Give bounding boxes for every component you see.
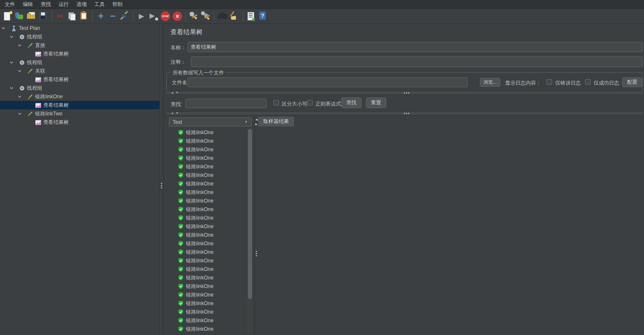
collapse-splitter-bottom[interactable]: ▲▼	[166, 111, 643, 115]
chevron-down-icon[interactable]	[18, 94, 27, 99]
start-icon[interactable]: ▶	[136, 11, 147, 22]
tree-item[interactable]: 线程组	[0, 84, 159, 92]
result-item-label: 链路linkOne	[186, 274, 214, 282]
paste-icon[interactable]	[79, 11, 90, 22]
toolbar-separator	[243, 11, 243, 21]
collapse-splitter-top[interactable]: ▲▼	[166, 91, 643, 95]
tree-item[interactable]: 关联	[0, 67, 159, 75]
menu-item-4[interactable]: 选项	[73, 0, 91, 9]
result-item[interactable]: 链路linkOne	[167, 162, 247, 171]
result-item[interactable]: 链路linkOne	[167, 316, 247, 325]
regex-checkbox[interactable]	[307, 100, 313, 106]
tree-item[interactable]: 查看结果树	[0, 101, 159, 109]
chevron-down-icon[interactable]	[18, 43, 27, 47]
test-plan-tree[interactable]: Test Plan线程组直接查看结果树线程组关联查看结果树线程组链路linkOn…	[0, 24, 159, 335]
shutdown-icon[interactable]: ×	[172, 11, 183, 22]
tree-item[interactable]: 链路linkTwo	[0, 109, 159, 118]
result-item[interactable]: 链路linkOne	[167, 214, 247, 222]
name-input[interactable]	[188, 42, 643, 52]
chevron-down-icon[interactable]	[9, 35, 19, 39]
tree-item[interactable]: 查看结果树	[0, 118, 159, 126]
splitter-updown-icon[interactable]: ▲▼	[171, 112, 180, 115]
new-file-icon[interactable]	[2, 11, 13, 22]
splitter-updown-icon[interactable]: ▲▼	[171, 91, 180, 94]
result-item[interactable]: 链路linkOne	[167, 197, 247, 205]
result-item[interactable]: 链路linkOne	[167, 239, 247, 248]
open-file-icon[interactable]	[26, 11, 37, 22]
help-icon[interactable]: ?	[258, 11, 269, 22]
tree-item[interactable]: Test Plan	[0, 24, 159, 32]
result-item[interactable]: 链路linkOne	[167, 179, 247, 188]
results-scrollbar[interactable]	[247, 128, 253, 335]
result-item[interactable]: 链路linkOne	[167, 145, 247, 154]
chevron-down-icon[interactable]	[1, 26, 11, 30]
function-helper-icon[interactable]	[246, 11, 257, 22]
test-plan-icon	[11, 25, 17, 32]
clear-icon[interactable]	[188, 11, 200, 22]
toolbar-separator	[52, 11, 52, 21]
tree-item[interactable]: 线程组	[0, 32, 159, 41]
tree-item[interactable]: 链路linkOne	[0, 92, 159, 101]
result-item[interactable]: 链路linkOne	[167, 154, 247, 162]
result-item[interactable]: 链路linkOne	[167, 308, 247, 316]
tree-item[interactable]: 线程组	[0, 58, 159, 67]
search-icon[interactable]	[217, 11, 228, 22]
cut-icon[interactable]: ✂	[55, 11, 66, 22]
tree-item[interactable]: 查看结果树	[0, 50, 159, 58]
menu-item-0[interactable]: 文件	[1, 0, 19, 9]
scrollbar-thumb[interactable]	[248, 129, 252, 299]
start-no-timers-icon[interactable]: ▶	[148, 11, 159, 22]
clear-all-icon[interactable]	[200, 11, 212, 22]
toggle-icon[interactable]: ↘	[119, 11, 130, 22]
find-button[interactable]: 查找	[341, 97, 362, 108]
filename-input[interactable]	[188, 77, 468, 87]
templates-icon[interactable]	[14, 11, 25, 22]
configure-button[interactable]: 配置	[622, 77, 642, 87]
result-item[interactable]: 链路linkOne	[167, 222, 247, 231]
result-item[interactable]: 链路linkOne	[167, 171, 247, 179]
results-list[interactable]: 链路linkOne链路linkOne链路linkOne链路linkOne链路li…	[167, 128, 247, 335]
tree-item[interactable]: 查看结果树	[0, 75, 159, 84]
save-icon[interactable]	[38, 11, 49, 22]
result-item[interactable]: 链路linkOne	[167, 188, 247, 197]
result-item[interactable]: 链路linkOne	[167, 299, 247, 308]
chevron-down-icon[interactable]	[9, 60, 19, 65]
result-item[interactable]: 链路linkOne	[167, 231, 247, 239]
tab-sampler-result[interactable]: 取样器结果	[258, 117, 294, 126]
result-item[interactable]: 链路linkOne	[167, 128, 247, 137]
view-mode-dropdown[interactable]: Text ▼	[169, 118, 252, 126]
result-item[interactable]: 链路linkOne	[167, 325, 247, 333]
chevron-down-icon[interactable]	[18, 112, 27, 116]
clear-search-icon[interactable]	[229, 11, 240, 22]
menu-item-5[interactable]: 工具	[91, 0, 109, 9]
result-item[interactable]: 链路linkOne	[167, 248, 247, 256]
result-item[interactable]: 链路linkOne	[167, 265, 247, 273]
tree-item-label: 关联	[35, 68, 45, 75]
result-item[interactable]: 链路linkOne	[167, 333, 247, 335]
chevron-down-icon[interactable]	[18, 69, 27, 73]
comment-input[interactable]	[191, 56, 643, 67]
result-item[interactable]: 链路linkOne	[167, 282, 247, 291]
result-item[interactable]: 链路linkOne	[167, 205, 247, 214]
menu-item-6[interactable]: 帮助	[109, 0, 126, 9]
tree-item[interactable]: 直接	[0, 41, 159, 50]
tree-item-label: 链路linkOne	[35, 93, 63, 100]
success-only-checkbox[interactable]	[585, 79, 591, 85]
result-item[interactable]: 链路linkOne	[167, 137, 247, 145]
menu-item-2[interactable]: 查找	[37, 0, 55, 9]
result-item[interactable]: 链路linkOne	[167, 291, 247, 299]
menu-item-3[interactable]: 运行	[55, 0, 73, 9]
errors-only-checkbox[interactable]	[547, 79, 552, 85]
search-input[interactable]	[185, 99, 267, 108]
reset-button[interactable]: 重置	[366, 97, 386, 108]
add-icon[interactable]: +	[95, 11, 106, 22]
result-item[interactable]: 链路linkOne	[167, 273, 247, 282]
browse-button[interactable]: 浏览...	[480, 78, 500, 87]
remove-icon[interactable]: −	[107, 11, 118, 22]
copy-icon[interactable]	[67, 11, 78, 22]
case-sensitive-checkbox[interactable]	[273, 100, 279, 106]
stop-icon[interactable]: STOP	[160, 11, 171, 22]
result-item[interactable]: 链路linkOne	[167, 256, 247, 265]
menu-item-1[interactable]: 编辑	[19, 0, 37, 9]
chevron-down-icon[interactable]	[9, 86, 19, 90]
